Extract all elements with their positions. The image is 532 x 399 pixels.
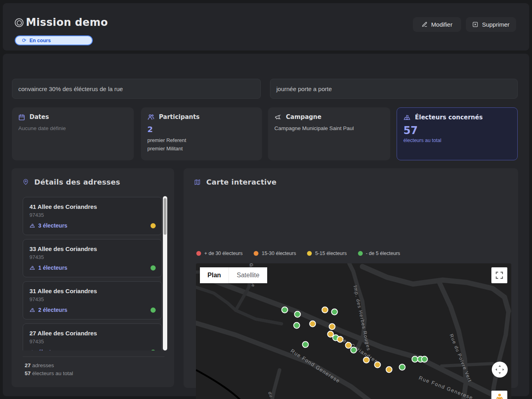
status-badge[interactable]: ⟳ En cours (15, 35, 93, 45)
pencil-icon (422, 21, 428, 27)
address-electors: électeurs (38, 349, 63, 350)
legend-item: - de 5 électeurs (358, 251, 400, 256)
address-electors: 1 électeurs (38, 265, 67, 271)
divider (23, 356, 164, 357)
legend-label: - de 5 électeurs (366, 251, 400, 256)
address-card[interactable]: 27 Allee des Coriandres 97435 électeurs (23, 323, 162, 350)
pan-icon (495, 365, 505, 374)
scrollbar-thumb[interactable] (164, 198, 166, 235)
map-pin-icon (23, 178, 29, 186)
addresses-panel: Détails des adresses 41 Allee des Corian… (12, 168, 174, 387)
map-marker[interactable] (363, 357, 370, 364)
participants-title: Participants (159, 113, 200, 121)
map-header: Carte interactive (194, 178, 277, 186)
electeurs-caption: électeurs au total (403, 138, 511, 143)
map-marker[interactable] (309, 321, 316, 327)
campagne-card: Campagne Campagne Municipale Saint Paul (268, 107, 390, 160)
address-zip: 97435 (29, 212, 155, 218)
map-marker[interactable] (331, 309, 338, 315)
map-marker[interactable] (337, 336, 344, 343)
legend-dot-green (358, 251, 363, 256)
pegman-control[interactable] (491, 391, 507, 399)
address-card[interactable]: 41 Allee des Coriandres 97435 3 électeur… (23, 197, 162, 235)
campagne-value: Campagne Municipale Saint Paul (274, 125, 384, 131)
ballot-icon (29, 350, 35, 351)
address-zip: 97435 (29, 339, 155, 345)
page-title: Mission demo (26, 16, 108, 28)
fullscreen-icon (496, 272, 503, 279)
modify-button-label: Modifier (431, 21, 452, 28)
density-dot (151, 265, 156, 271)
participants-count: 2 (147, 125, 256, 134)
map-type-satellite[interactable]: Satellite (229, 267, 267, 283)
dates-title: Dates (29, 113, 49, 121)
map-type-control: Plan Satellite (200, 267, 267, 283)
addresses-header: Détails des adresses (23, 178, 120, 186)
map-marker[interactable] (421, 356, 428, 363)
pegman-icon (496, 393, 503, 399)
scrollbar[interactable] (163, 196, 167, 350)
map-legend: + de 30 électeurs 15-30 électeurs 5-15 é… (196, 251, 411, 256)
map-marker[interactable] (293, 322, 300, 329)
address-street: 41 Allee des Coriandres (29, 203, 155, 210)
addresses-list[interactable]: 41 Allee des Coriandres 97435 3 électeur… (14, 196, 171, 350)
ballot-icon (29, 265, 35, 271)
density-dot (151, 350, 156, 351)
dates-card: Dates Aucune date définie (12, 107, 134, 160)
map-marker[interactable] (386, 366, 393, 373)
map-marker[interactable] (399, 364, 406, 371)
legend-item: 15-30 électeurs (254, 251, 296, 256)
address-street: 27 Allee des Coriandres (29, 330, 155, 337)
legend-dot-orange (254, 251, 258, 256)
megaphone-icon (274, 114, 282, 121)
legend-label: + de 30 électeurs (204, 251, 243, 256)
calendar-icon (18, 114, 25, 121)
address-street: 31 Allee des Coriandres (29, 288, 155, 294)
delete-button-label: Supprimer (482, 21, 509, 28)
map-marker[interactable] (374, 362, 381, 368)
ballot-icon (29, 308, 35, 313)
interactive-map[interactable]: Rue Fond GenereseRue Fond GenereseImp. d… (196, 263, 511, 399)
legend-dot-yellow (307, 251, 312, 256)
legend-dot-red (196, 251, 201, 256)
address-zip: 97435 (29, 296, 155, 302)
pan-control[interactable] (492, 362, 508, 378)
target-icon (15, 18, 23, 27)
map-marker[interactable] (329, 323, 336, 330)
electeurs-card: Électeurs concernés 57 électeurs au tota… (397, 107, 518, 160)
refresh-icon: ⟳ (22, 38, 26, 43)
addresses-heading: Détails des adresses (34, 178, 120, 186)
legend-label: 5-15 électeurs (315, 251, 346, 256)
status-badge-label: En cours (29, 38, 51, 43)
header-panel: Mission demo ⟳ En cours Modifier Supprim… (3, 3, 529, 51)
fullscreen-button[interactable] (491, 267, 507, 283)
address-zip: 97435 (29, 254, 155, 260)
electeurs-title: Électeurs concernés (415, 114, 483, 121)
dates-empty-text: Aucune date définie (18, 125, 127, 131)
participant-member: premier Referent (147, 137, 256, 143)
legend-item: + de 30 électeurs (196, 251, 243, 256)
map-marker[interactable] (302, 341, 309, 348)
participant-member: premier Militant (147, 146, 256, 152)
address-card[interactable]: 33 Allee des Coriandres 97435 1 électeur… (23, 239, 162, 277)
participants-card: Participants 2 premier Referent premier … (141, 107, 262, 160)
map-heading: Carte interactive (206, 178, 277, 186)
map-marker[interactable] (282, 307, 288, 313)
modify-button[interactable]: Modifier (413, 17, 461, 32)
main-panel: Objectifs convaincre 30% des élécterus d… (3, 54, 529, 396)
objectifs-value: convaincre 30% des élécterus de la rue (12, 79, 261, 99)
page: Mission demo ⟳ En cours Modifier Supprim… (0, 0, 532, 399)
map-roads (196, 263, 511, 399)
map-type-plan[interactable]: Plan (200, 267, 229, 283)
ballot-icon (29, 223, 35, 228)
address-electors: 2 électeurs (38, 307, 67, 313)
delete-button[interactable]: Supprimer (466, 17, 516, 32)
address-card[interactable]: 31 Allee des Coriandres 97435 2 électeur… (23, 281, 162, 319)
campagne-title: Campagne (286, 113, 321, 121)
map-marker[interactable] (322, 307, 329, 313)
address-electors: 3 électeurs (38, 222, 67, 229)
map-marker[interactable] (350, 347, 357, 354)
ballot-icon (403, 114, 411, 121)
map-marker[interactable] (294, 311, 301, 318)
users-icon (147, 114, 155, 121)
